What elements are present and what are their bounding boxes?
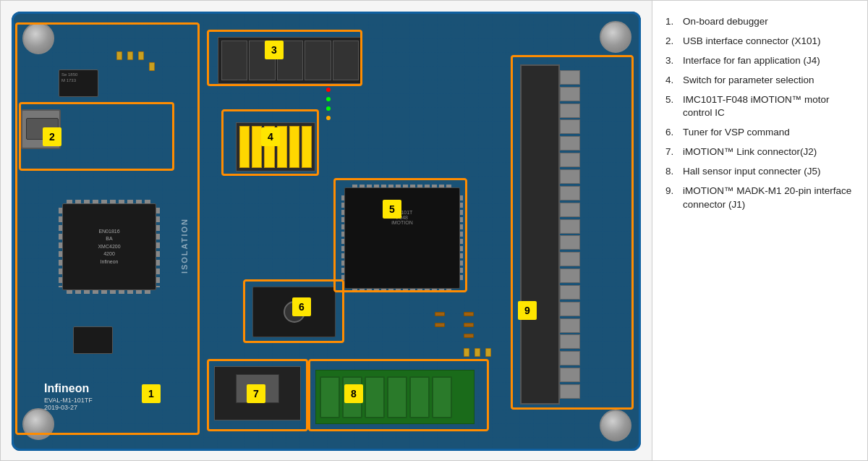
- led-1: [326, 88, 331, 92]
- highlight-box-1: [15, 22, 200, 435]
- highlight-box-3: [207, 30, 362, 86]
- highlight-box-9: [511, 55, 634, 410]
- highlight-box-5: [333, 178, 467, 292]
- legend-item-2: 2. USB interface connector (X101): [665, 35, 856, 48]
- legend-num-2: 2.: [665, 35, 678, 48]
- legend-item-1: 1. On-board debugger: [665, 15, 856, 29]
- legend-text-5: IMC101T-F048 iMOTION™ motor control IC: [683, 93, 856, 121]
- legend-item-3: 3. Interface for fan application (J4): [665, 54, 856, 68]
- legend-num-3: 3.: [665, 54, 678, 68]
- led-4: [326, 116, 331, 120]
- legend-text-8: Hall sensor input connecter (J5): [683, 165, 821, 179]
- legend-num-4: 4.: [665, 74, 678, 88]
- cap-5: [464, 348, 469, 357]
- badge-4: 4: [261, 127, 280, 146]
- badge-2: 2: [43, 127, 61, 146]
- res-2: [464, 323, 474, 327]
- legend-text-9: iMOTION™ MADK-M1 20-pin interface connec…: [683, 185, 856, 212]
- res-1: [464, 312, 474, 316]
- legend-item-8: 8. Hall sensor input connecter (J5): [665, 165, 856, 179]
- led-2: [326, 97, 331, 101]
- badge-7: 7: [247, 384, 265, 403]
- screw-top-right: [600, 21, 631, 53]
- pcb-area: Se 1850M 1733 EN01816BAXMC42004200Infine…: [1, 1, 652, 461]
- screw-bottom-right: [600, 410, 631, 441]
- legend-panel: 1. On-board debugger 2. USB interface co…: [652, 1, 868, 461]
- legend-item-7: 7. iMOTION™ Link connector(J2): [665, 145, 856, 159]
- highlight-box-8: [308, 359, 489, 431]
- legend-num-5: 5.: [665, 93, 678, 121]
- led-3: [326, 106, 331, 111]
- legend-num-1: 1.: [665, 15, 678, 29]
- badge-8: 8: [344, 384, 363, 403]
- res-3: [464, 334, 474, 338]
- badge-1: 1: [142, 384, 161, 403]
- legend-item-5: 5. IMC101T-F048 iMOTION™ motor control I…: [665, 93, 856, 121]
- legend-num-8: 8.: [665, 165, 678, 179]
- legend-item-6: 6. Tuner for VSP command: [665, 126, 856, 140]
- cap-6: [475, 348, 480, 357]
- badge-5: 5: [383, 200, 401, 219]
- res-5: [435, 323, 445, 327]
- legend-num-7: 7.: [665, 145, 678, 159]
- res-4: [435, 312, 445, 316]
- badge-6: 6: [292, 297, 311, 316]
- legend-num-6: 6.: [665, 126, 678, 140]
- legend-text-7: iMOTION™ Link connector(J2): [683, 145, 817, 159]
- legend-num-9: 9.: [665, 185, 678, 212]
- badge-9: 9: [518, 301, 537, 320]
- legend-text-3: Interface for fan application (J4): [683, 54, 820, 68]
- legend-text-1: On-board debugger: [683, 15, 768, 29]
- legend-text-4: Switch for parameter selection: [683, 74, 814, 88]
- badge-3: 3: [265, 41, 284, 59]
- cap-7: [485, 348, 491, 357]
- legend-list: 1. On-board debugger 2. USB interface co…: [665, 15, 856, 212]
- legend-item-4: 4. Switch for parameter selection: [665, 74, 856, 88]
- legend-item-9: 9. iMOTION™ MADK-M1 20-pin interface con…: [665, 185, 856, 212]
- legend-text-2: USB interface connector (X101): [683, 35, 821, 48]
- legend-text-6: Tuner for VSP command: [683, 126, 790, 140]
